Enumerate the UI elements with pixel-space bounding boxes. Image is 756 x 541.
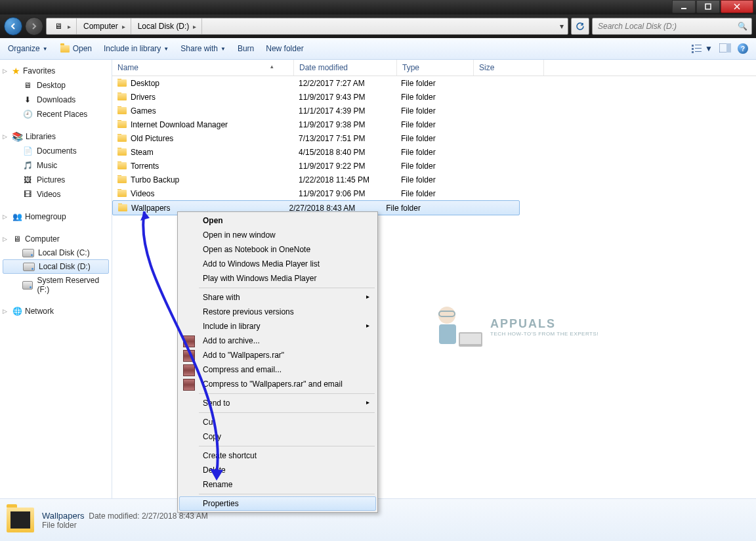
homegroup-group[interactable]: 👥Homegroup (0, 209, 112, 224)
file-row[interactable]: Turbo Backup1/22/2018 11:45 PMFile folde… (112, 173, 756, 186)
breadcrumb-computer[interactable]: Computer (77, 18, 131, 34)
ctx-include-library[interactable]: Include in library (179, 319, 376, 334)
ctx-compress-rar-email[interactable]: Compress to "Wallpapers.rar" and email (179, 377, 376, 391)
svg-rect-5 (695, 48, 702, 49)
svg-rect-7 (695, 51, 702, 52)
address-breadcrumb[interactable]: 🖥 Computer Local Disk (D:) ▾ (46, 18, 568, 35)
open-button[interactable]: Open (60, 43, 92, 54)
winrar-icon (183, 364, 195, 376)
ctx-rename[interactable]: Rename (179, 477, 376, 492)
network-icon: 🌐 (12, 306, 22, 316)
file-row[interactable]: Desktop12/2/2017 7:27 AMFile folder (112, 76, 756, 90)
svg-rect-3 (695, 45, 702, 45)
maximize-button[interactable] (696, 0, 720, 13)
svg-rect-2 (692, 45, 694, 47)
ctx-share-with[interactable]: Share with (179, 290, 376, 305)
folder-icon (117, 79, 127, 87)
help-button[interactable]: ? (738, 43, 748, 54)
sidebar-item-pictures[interactable]: 🖼Pictures (0, 173, 112, 187)
nav-back-button[interactable] (4, 17, 22, 35)
computer-group[interactable]: 🖥Computer (0, 232, 112, 246)
file-name: Drivers (131, 93, 156, 102)
ctx-restore-versions[interactable]: Restore previous versions (179, 305, 376, 319)
videos-icon: 🎞 (22, 189, 33, 200)
content-area: ★Favorites 🖥Desktop ⬇Downloads 🕘Recent P… (0, 60, 756, 498)
column-date[interactable]: Date modified (294, 60, 397, 76)
file-row[interactable]: Games11/1/2017 4:39 PMFile folder (112, 104, 756, 118)
file-type: File folder (381, 204, 453, 213)
burn-button[interactable]: Burn (238, 44, 254, 53)
close-button[interactable] (721, 0, 753, 13)
sidebar-item-desktop[interactable]: 🖥Desktop (0, 78, 112, 93)
file-type: File folder (396, 162, 472, 171)
file-name: Wallpapers (131, 204, 171, 213)
file-row[interactable]: Videos11/9/2017 9:06 PMFile folder (112, 186, 756, 200)
ctx-copy[interactable]: Copy (179, 429, 376, 444)
drive-icon (22, 281, 33, 290)
ctx-wmp-add[interactable]: Add to Windows Media Player list (179, 257, 376, 271)
organize-menu[interactable]: Organize ▼ (8, 44, 48, 53)
sidebar-item-music[interactable]: 🎵Music (0, 158, 112, 173)
downloads-icon: ⬇ (22, 95, 33, 105)
new-folder-button[interactable]: New folder (266, 44, 303, 53)
ctx-add-rar[interactable]: Add to "Wallpapers.rar" (179, 348, 376, 362)
breadcrumb-localdisk[interactable]: Local Disk (D:) (131, 18, 203, 34)
ctx-send-to[interactable]: Send to (179, 396, 376, 410)
sidebar-item-recent[interactable]: 🕘Recent Places (0, 107, 112, 121)
file-row[interactable]: Torrents11/9/2017 9:22 PMFile folder (112, 159, 756, 173)
sidebar-item-videos[interactable]: 🎞Videos (0, 187, 112, 202)
open-icon (60, 43, 70, 54)
view-options-button[interactable]: ▼ (691, 44, 713, 53)
ctx-open[interactable]: Open (179, 213, 376, 228)
sidebar-item-drive-d[interactable]: Local Disk (D:) (3, 259, 109, 274)
sidebar-item-documents[interactable]: 📄Documents (0, 144, 112, 158)
file-type: File folder (396, 79, 472, 88)
sidebar-item-drive-f[interactable]: System Reserved (F:) (0, 274, 112, 296)
ctx-wmp-play[interactable]: Play with Windows Media Player (179, 271, 376, 286)
column-size[interactable]: Size (474, 60, 544, 76)
file-row[interactable]: Old Pictures7/13/2017 7:51 PMFile folder (112, 131, 756, 145)
folder-icon (117, 107, 127, 114)
ctx-compress-email[interactable]: Compress and email... (179, 362, 376, 377)
ctx-open-new-window[interactable]: Open in new window (179, 228, 376, 242)
sidebar-item-downloads[interactable]: ⬇Downloads (0, 93, 112, 107)
search-box[interactable]: 🔍 (592, 18, 752, 35)
preview-pane-button[interactable] (719, 43, 731, 54)
music-icon: 🎵 (22, 160, 33, 171)
refresh-button[interactable] (571, 18, 589, 35)
sidebar-item-drive-c[interactable]: Local Disk (C:) (0, 246, 112, 259)
column-name[interactable]: Name (112, 60, 294, 76)
folder-icon (117, 148, 127, 156)
share-with-menu[interactable]: Share with ▼ (180, 44, 226, 53)
network-group[interactable]: 🌐Network (0, 304, 112, 318)
favorites-group[interactable]: ★Favorites (0, 64, 112, 78)
details-item-type: File folder (42, 521, 208, 530)
ctx-delete[interactable]: Delete (179, 463, 376, 477)
svg-rect-1 (705, 4, 711, 9)
file-row[interactable]: Internet Download Manager11/9/2017 9:38 … (112, 118, 756, 131)
file-date: 1/22/2018 11:45 PM (293, 175, 396, 184)
file-row[interactable]: Drivers11/9/2017 9:43 PMFile folder (112, 90, 756, 104)
file-row[interactable]: Steam4/15/2018 8:40 PMFile folder (112, 145, 756, 159)
ctx-add-archive[interactable]: Add to archive... (179, 334, 376, 348)
svg-rect-4 (692, 48, 694, 50)
pictures-icon: 🖼 (22, 175, 33, 185)
winrar-icon (183, 335, 195, 347)
nav-forward-button[interactable] (25, 17, 43, 35)
homegroup-icon: 👥 (12, 211, 22, 222)
libraries-group[interactable]: 📚Libraries (0, 129, 112, 144)
breadcrumb-root[interactable]: 🖥 (47, 18, 77, 34)
ctx-create-shortcut[interactable]: Create shortcut (179, 448, 376, 463)
file-date: 11/1/2017 4:39 PM (293, 106, 396, 116)
file-name: Desktop (131, 79, 159, 88)
column-type[interactable]: Type (397, 60, 474, 76)
address-dropdown[interactable]: ▾ (556, 22, 568, 31)
include-library-menu[interactable]: Include in library ▼ (104, 44, 169, 53)
star-icon: ★ (12, 66, 20, 76)
search-input[interactable] (597, 21, 738, 32)
ctx-cut[interactable]: Cut (179, 415, 376, 429)
minimize-button[interactable] (672, 0, 696, 13)
ctx-properties[interactable]: Properties (179, 496, 376, 511)
navigation-bar: 🖥 Computer Local Disk (D:) ▾ 🔍 (0, 14, 756, 38)
ctx-open-onenote[interactable]: Open as Notebook in OneNote (179, 242, 376, 257)
